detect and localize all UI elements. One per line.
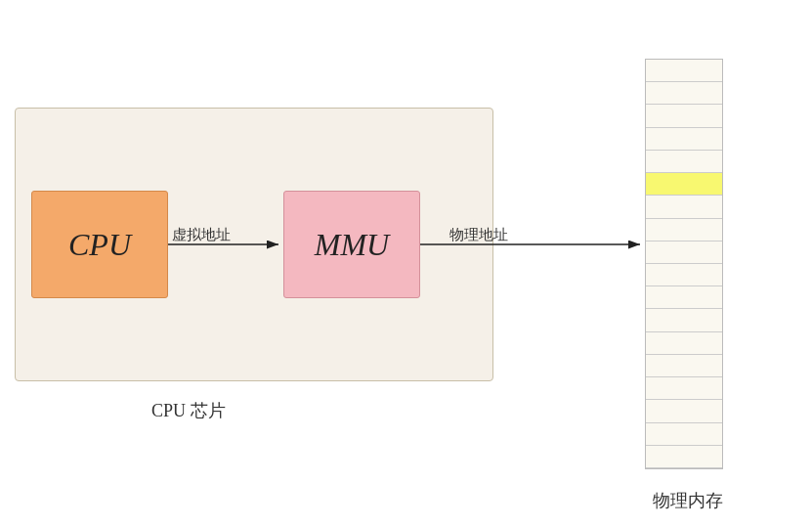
cpu-block: CPU — [31, 191, 168, 298]
memory-row — [646, 151, 722, 173]
memory-row — [646, 377, 722, 400]
memory-row — [646, 82, 722, 105]
memory-row — [646, 219, 722, 242]
memory-label: 物理内存 — [653, 489, 723, 512]
memory-row — [646, 332, 722, 355]
memory-row — [646, 264, 722, 286]
mmu-block: MMU — [283, 191, 420, 298]
memory-row — [646, 309, 722, 331]
memory-row — [646, 173, 722, 196]
cpu-chip-label: CPU 芯片 — [151, 399, 226, 422]
memory-row — [646, 105, 722, 127]
cpu-block-label: CPU — [68, 227, 131, 263]
memory-block — [645, 59, 723, 469]
memory-row — [646, 446, 722, 468]
mmu-block-label: MMU — [315, 227, 389, 263]
memory-row — [646, 196, 722, 218]
memory-row — [646, 286, 722, 309]
memory-row — [646, 242, 722, 264]
memory-row — [646, 128, 722, 151]
memory-row — [646, 423, 722, 446]
memory-row — [646, 355, 722, 377]
diagram-container: CPU 芯片 CPU MMU 物理内存 虚拟地址 物理地址 — [0, 0, 812, 527]
memory-row — [646, 60, 722, 82]
memory-row — [646, 400, 722, 422]
